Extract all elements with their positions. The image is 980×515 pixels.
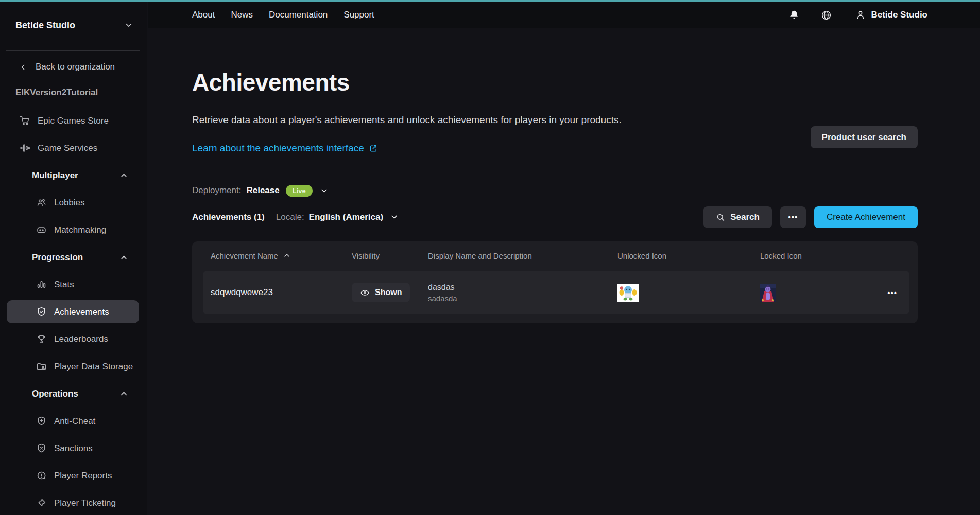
- nav-link-about[interactable]: About: [192, 10, 215, 20]
- product-name: EIKVersion2Tutorial: [15, 88, 98, 98]
- sidebar-section-operations[interactable]: Operations: [0, 380, 147, 407]
- nav-link-news[interactable]: News: [231, 10, 253, 20]
- sidebar-item-anti-cheat[interactable]: Anti-Cheat: [0, 407, 147, 435]
- sidebar-section-multiplayer[interactable]: Multiplayer: [0, 162, 147, 189]
- search-icon: [716, 213, 725, 222]
- sidebar-item-leaderboards[interactable]: Leaderboards: [0, 325, 147, 353]
- header-unlocked-icon: Unlocked Icon: [617, 251, 760, 260]
- locked-icon-cell: [760, 284, 887, 302]
- visibility-cell: Shown: [352, 283, 428, 302]
- chevron-up-icon: [119, 171, 128, 180]
- external-link-icon: [369, 144, 378, 153]
- sidebar-nav: Epic Games Store Game Services Multiplay…: [0, 107, 147, 515]
- sidebar-item-sanctions[interactable]: Sanctions: [0, 435, 147, 462]
- locale-selector[interactable]: Locale: English (America): [276, 212, 399, 222]
- eye-icon: [360, 288, 370, 298]
- row-more-options-button[interactable]: •••: [887, 288, 909, 297]
- locked-icon-image: [760, 284, 887, 302]
- header-achievement-name: Achievement Name: [211, 251, 352, 260]
- sidebar-item-lobbies[interactable]: Lobbies: [0, 189, 147, 216]
- org-name: Betide Studio: [15, 20, 124, 31]
- shield-plus-icon: [36, 416, 47, 426]
- sidebar-section-progression[interactable]: Progression: [0, 244, 147, 271]
- product-user-search-button[interactable]: Product user search: [811, 126, 918, 148]
- sidebar-item-game-services[interactable]: Game Services: [0, 134, 147, 162]
- user-icon: [855, 10, 866, 20]
- display-name-cell: dasdas sadasda: [428, 282, 617, 304]
- page-title: Achievements: [192, 68, 350, 96]
- people-icon: [36, 197, 47, 208]
- visibility-toggle[interactable]: Shown: [352, 283, 410, 302]
- achievements-toolbar: Achievements (1) Locale: English (Americ…: [192, 206, 918, 228]
- account-menu[interactable]: Betide Studio: [855, 10, 927, 20]
- sidebar-item-epic-games-store[interactable]: Epic Games Store: [0, 107, 147, 134]
- nav-link-support[interactable]: Support: [343, 10, 374, 20]
- back-label: Back to organization: [36, 62, 115, 72]
- sidebar-item-achievements[interactable]: Achievements: [0, 298, 147, 325]
- sidebar-item-player-data-storage[interactable]: Player Data Storage: [0, 353, 147, 380]
- org-switcher[interactable]: Betide Studio: [0, 2, 147, 48]
- chevron-down-icon: [124, 21, 133, 30]
- toolbar-left: Achievements (1) Locale: English (Americ…: [192, 212, 399, 222]
- topnav-right: Betide Studio: [785, 6, 959, 24]
- topnav-links: About News Documentation Support: [192, 10, 374, 20]
- account-name: Betide Studio: [871, 10, 927, 20]
- live-badge: Live: [286, 185, 313, 197]
- unlocked-icon-cell: [617, 284, 760, 302]
- create-achievement-button[interactable]: Create Achievement: [814, 206, 918, 228]
- trophy-icon: [36, 334, 47, 345]
- sidebar-item-player-ticketing[interactable]: Player Ticketing: [0, 489, 147, 515]
- shield-check-icon: [36, 306, 47, 317]
- sidebar-item-matchmaking[interactable]: Matchmaking: [0, 216, 147, 244]
- table-header-row: Achievement Name Visibility Display Name…: [192, 241, 918, 270]
- ticket-icon: [36, 497, 47, 508]
- achievements-count: Achievements (1): [192, 212, 265, 222]
- sort-asc-icon[interactable]: [283, 251, 291, 260]
- notifications-bell-icon[interactable]: [785, 6, 803, 24]
- locale-label: Locale:: [276, 212, 304, 222]
- deployment-selector[interactable]: Deployment: Release Live: [192, 181, 329, 200]
- back-to-organization-link[interactable]: Back to organization: [0, 58, 147, 76]
- folder-user-icon: [36, 361, 47, 372]
- learn-link[interactable]: Learn about the achievements interface: [192, 143, 378, 154]
- deployment-label: Deployment:: [192, 185, 241, 196]
- chat-alert-icon: [36, 470, 47, 481]
- unlocked-icon-image: [617, 284, 760, 302]
- header-visibility: Visibility: [352, 251, 428, 260]
- chevron-left-icon: [19, 63, 27, 72]
- chevron-up-icon: [119, 389, 128, 398]
- more-options-button[interactable]: •••: [780, 206, 806, 228]
- globe-icon[interactable]: [817, 6, 835, 24]
- chevron-down-icon: [320, 186, 329, 195]
- page-description: Retrieve data about a player's achieveme…: [192, 114, 622, 126]
- sidebar-item-player-reports[interactable]: Player Reports: [0, 462, 147, 489]
- shield-x-icon: [36, 443, 47, 454]
- sidebar-item-stats[interactable]: Stats: [0, 271, 147, 298]
- main-content: Achievements Retrieve data about a playe…: [148, 28, 980, 515]
- table-row[interactable]: sdqwdqwewe23 Shown dasdas sadasda: [203, 271, 909, 314]
- bar-chart-icon: [36, 279, 47, 290]
- chevron-up-icon: [119, 253, 128, 262]
- toolbar-right: Search ••• Create Achievement: [703, 206, 918, 228]
- header-display-name: Display Name and Description: [428, 251, 617, 260]
- locale-value: English (America): [309, 212, 384, 222]
- achievements-table: Achievement Name Visibility Display Name…: [192, 241, 918, 323]
- top-navbar: About News Documentation Support Betide …: [148, 2, 980, 28]
- chevron-down-icon: [390, 213, 399, 221]
- header-locked-icon: Locked Icon: [760, 251, 887, 260]
- gamepad-icon: [36, 225, 47, 235]
- sidebar-divider: [6, 50, 140, 51]
- search-button[interactable]: Search: [703, 206, 772, 228]
- achievement-name-cell: sdqwdqwewe23: [211, 287, 352, 298]
- sidebar: Betide Studio Back to organization EIKVe…: [0, 2, 147, 515]
- nav-link-documentation[interactable]: Documentation: [269, 10, 328, 20]
- cart-icon: [20, 115, 30, 126]
- deployment-value: Release: [246, 185, 279, 196]
- waveform-icon: [20, 143, 30, 153]
